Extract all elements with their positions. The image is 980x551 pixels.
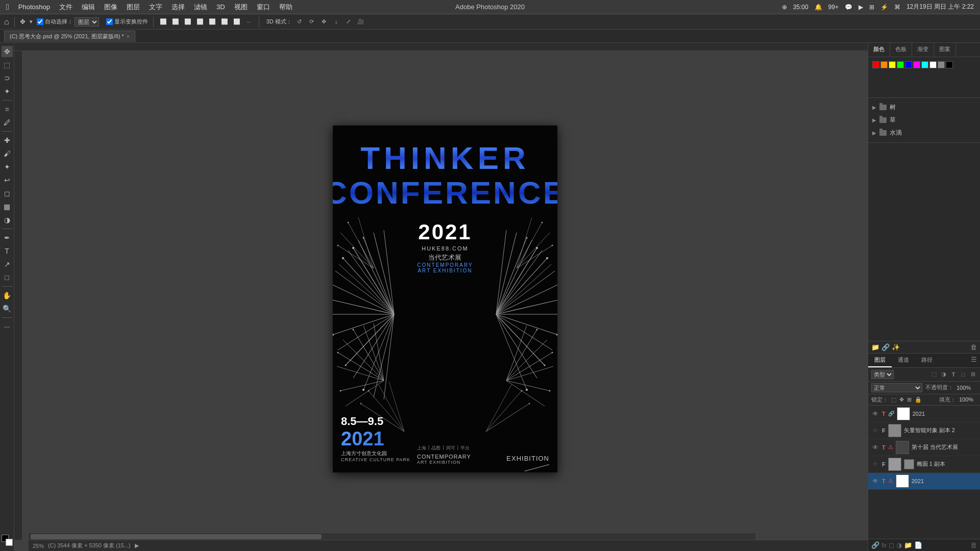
tab-channels[interactable]: 通道 <box>892 354 915 367</box>
app-name[interactable]: Photoshop <box>18 3 50 11</box>
add-mask-icon[interactable]: ◻ <box>889 541 894 549</box>
menu-select[interactable]: 选择 <box>172 3 185 12</box>
filter-adjustment-icon[interactable]: ◑ <box>940 370 948 379</box>
new-group-icon[interactable]: 📁 <box>904 541 912 549</box>
layer-group-water[interactable]: ▶ 水滴 <box>868 127 980 139</box>
folder-action-icon[interactable]: 📁 <box>871 343 879 351</box>
fill-value[interactable]: 100% <box>959 396 977 403</box>
3d-roll-icon[interactable]: ⟳ <box>307 17 316 27</box>
filter-text-icon[interactable]: T <box>949 370 958 379</box>
foreground-color[interactable] <box>2 535 13 546</box>
tab-close-button[interactable]: × <box>127 34 130 39</box>
3d-video-icon[interactable]: 🎥 <box>356 17 365 27</box>
align-bottom-icon[interactable]: ⬜ <box>220 17 229 27</box>
shape-tool[interactable]: □ <box>2 272 13 283</box>
layers-filter-select[interactable]: 类型 <box>871 370 894 379</box>
extra-tool[interactable]: ··· <box>2 321 13 332</box>
menu-window[interactable]: 窗口 <box>257 3 270 12</box>
tab-swatches[interactable]: 色板 <box>890 43 912 57</box>
swatch-blue[interactable] <box>905 61 912 68</box>
layer-item-2021-top[interactable]: 👁 T 🔗 2021 <box>868 406 980 422</box>
3d-scale-icon[interactable]: ⤢ <box>344 17 353 27</box>
magic-wand-tool[interactable]: ✦ <box>2 86 13 97</box>
tab-patterns[interactable]: 图案 <box>934 43 956 57</box>
wechat-icon[interactable]: 💬 <box>845 4 852 11</box>
3d-slide-icon[interactable]: ↕ <box>332 17 341 27</box>
menu-file[interactable]: 文件 <box>59 3 72 12</box>
delete-action-icon[interactable]: 🗑 <box>970 343 977 351</box>
document-tab[interactable]: (C) 思考大会.psd @ 25% (2021, 图层蒙版/8) * × <box>4 31 135 42</box>
hand-tool[interactable]: ✋ <box>2 290 13 301</box>
swatch-magenta[interactable] <box>913 61 920 68</box>
layer-group-grass[interactable]: ▶ 草 <box>868 114 980 127</box>
filter-smart-icon[interactable]: ⊞ <box>969 370 977 379</box>
clone-stamp-tool[interactable]: ✦ <box>2 161 13 172</box>
lasso-tool[interactable]: ⊃ <box>2 72 13 84</box>
horizontal-scrollbar[interactable] <box>29 533 755 540</box>
brush-tool[interactable]: 🖌 <box>2 148 13 159</box>
eraser-tool[interactable]: ◻ <box>2 188 13 199</box>
history-brush-tool[interactable]: ↩ <box>2 174 13 186</box>
grid-icon[interactable]: ⊞ <box>869 4 874 11</box>
layer-item-ellipse[interactable]: 👁 F 椭圆 1 副本 <box>868 456 980 473</box>
layer-visibility-smart2[interactable]: 👁 <box>871 427 879 435</box>
crop-tool[interactable]: ⌗ <box>2 104 13 115</box>
layer-item-2021-bottom[interactable]: 👁 T ⚠ 2021 <box>868 473 980 490</box>
opacity-value[interactable]: 100% <box>957 385 977 391</box>
playback-icon[interactable]: ▶ <box>859 4 863 11</box>
3d-rotate-icon[interactable]: ↺ <box>295 17 304 27</box>
menu-help[interactable]: 帮助 <box>279 3 292 12</box>
blend-mode-select[interactable]: 正常 <box>871 383 922 392</box>
tab-gradient[interactable]: 渐变 <box>912 43 934 57</box>
align-center-h-icon[interactable]: ⬜ <box>171 17 180 27</box>
new-fill-layer-icon[interactable]: ◑ <box>896 541 902 549</box>
canvas-area[interactable]: THINKER CONFERENCE 2021 HUKE88.COM 当代艺术展… <box>14 43 868 551</box>
menu-3d[interactable]: 3D <box>216 3 225 11</box>
path-selection-tool[interactable]: ↗ <box>2 259 13 270</box>
move-tool[interactable]: ✥ <box>2 46 13 57</box>
more-options-icon[interactable]: ··· <box>244 17 254 27</box>
swatch-gray[interactable] <box>938 61 945 68</box>
layer-visibility-10th[interactable]: 👁 <box>871 443 879 452</box>
swatch-red[interactable] <box>872 61 879 68</box>
swatch-cyan[interactable] <box>921 61 928 68</box>
layer-visibility-2021-top[interactable]: 👁 <box>871 410 879 418</box>
healing-tool[interactable]: ✚ <box>2 135 13 146</box>
auto-select-type[interactable]: 图层 <box>75 17 99 27</box>
menu-text[interactable]: 文字 <box>149 3 162 12</box>
link-action-icon[interactable]: 🔗 <box>881 343 890 351</box>
transform-checkbox[interactable] <box>106 18 113 25</box>
zoom-tool[interactable]: 🔍 <box>2 303 13 314</box>
move-tool-icon[interactable]: ✥ <box>20 18 26 26</box>
delete-layer-icon[interactable]: 🗑 <box>970 541 977 549</box>
layer-visibility-ellipse[interactable]: 👁 <box>871 460 879 468</box>
align-center-v-icon[interactable]: ⬜ <box>208 17 217 27</box>
menu-layer[interactable]: 图层 <box>127 3 140 12</box>
type-tool[interactable]: T <box>2 245 13 257</box>
marquee-tool[interactable]: ⬚ <box>2 59 13 70</box>
notification-bell[interactable]: 🔔 <box>815 4 822 11</box>
filter-shape-icon[interactable]: □ <box>959 370 967 379</box>
layers-menu-icon[interactable]: ☰ <box>968 354 980 367</box>
gradient-tool[interactable]: ▦ <box>2 201 13 212</box>
swatch-black[interactable] <box>946 61 953 68</box>
menu-view[interactable]: 视图 <box>234 3 248 12</box>
dodge-tool[interactable]: ◑ <box>2 214 13 226</box>
fx-action-icon[interactable]: ✨ <box>892 343 900 351</box>
align-right-icon[interactable]: ⬜ <box>183 17 192 27</box>
menu-edit[interactable]: 编辑 <box>82 3 95 12</box>
swatch-green[interactable] <box>897 61 904 68</box>
layer-visibility-2021-bottom[interactable]: 👁 <box>871 477 879 485</box>
new-layer-icon[interactable]: 📄 <box>914 541 922 549</box>
auto-select-checkbox[interactable] <box>37 18 43 25</box>
layer-item-10th[interactable]: 👁 T ⚠ 第十届 当代艺术展 <box>868 439 980 456</box>
align-extra-icon[interactable]: ⬜ <box>232 17 241 27</box>
tab-color[interactable]: 颜色 <box>868 43 890 57</box>
3d-pan-icon[interactable]: ✥ <box>320 17 329 27</box>
layer-item-smart2[interactable]: 👁 F 矢量智能对象 副本 2 <box>868 422 980 439</box>
lock-artboard-icon[interactable]: ⊞ <box>907 396 912 403</box>
menu-image[interactable]: 图像 <box>104 3 117 12</box>
swatch-yellow[interactable] <box>889 61 896 68</box>
apple-icon[interactable]:  <box>6 3 9 12</box>
align-top-icon[interactable]: ⬜ <box>195 17 205 27</box>
